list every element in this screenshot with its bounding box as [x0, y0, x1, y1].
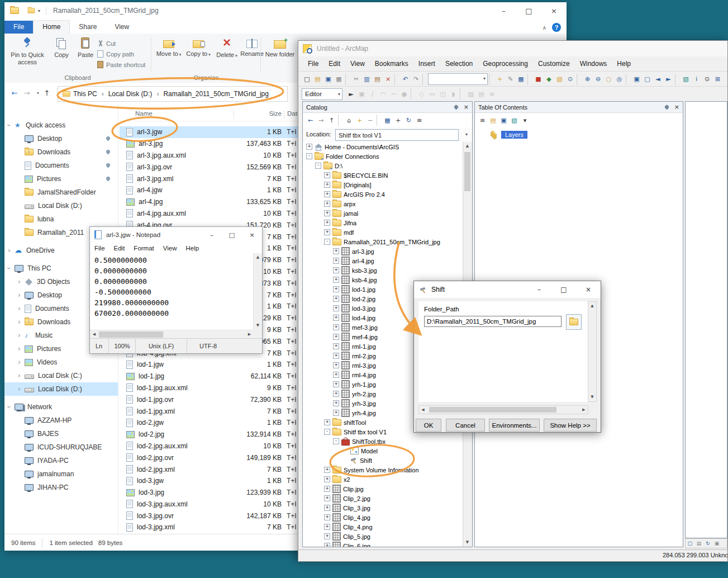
tree-expander-icon[interactable]: + [333, 343, 339, 349]
fixed-zoom-in-icon[interactable]: ▣ [631, 73, 642, 85]
chevron-icon[interactable] [18, 359, 25, 366]
chevron-icon[interactable] [8, 122, 15, 129]
scroll-up-icon[interactable]: ▲ [463, 142, 472, 150]
sidebar-item[interactable]: ICUD-SHURUQJABE [4, 440, 118, 454]
tree-expander-icon[interactable]: + [333, 248, 339, 254]
new-folder-button[interactable]: New folder [263, 37, 297, 72]
auto-hide-pin-icon[interactable] [453, 105, 459, 110]
sidebar-item[interactable]: Network [4, 400, 118, 414]
edit-annotation-tool-icon[interactable]: ▣ [356, 88, 367, 100]
tree-expander-icon[interactable]: - [306, 153, 312, 159]
breadcrumb-item[interactable]: Ramallah_2011_50cm_TMGrid_jpg [163, 90, 278, 98]
catalog-tree-item[interactable]: + mdf [303, 228, 463, 237]
add-data-icon[interactable]: + [494, 73, 505, 85]
tab-view[interactable]: View [106, 21, 138, 34]
chevron-icon[interactable] [18, 278, 25, 285]
catalog-tree-item[interactable]: - Ramallah_2011_50cm_TMGrid_jpg [303, 237, 463, 247]
toolbar-icon[interactable] [422, 74, 427, 85]
dropdown-icon[interactable]: ▾ [465, 132, 468, 137]
tree-expander-icon[interactable]: + [333, 305, 339, 311]
redo-icon[interactable]: ↷ [411, 73, 421, 85]
sidebar-item[interactable]: JamalSharedFolder [4, 186, 118, 199]
tree-expander-icon[interactable]: + [324, 495, 330, 501]
file-row[interactable]: lod-3.jpg 123,939 KB T+I [120, 487, 304, 499]
create-features-icon[interactable]: ▨ [465, 88, 476, 100]
catalog-tree-item[interactable]: + Jifna [303, 218, 463, 228]
file-row[interactable]: lod-1.jpg.aux.xml 9 KB T+I [120, 382, 304, 394]
location-combo[interactable]: Shitf tbx tool V1 [335, 129, 459, 141]
data-view-icon[interactable]: ▢ [686, 539, 694, 548]
catalog-tree-item[interactable]: + Clip.jpg [303, 484, 463, 494]
menu-item[interactable]: Format [129, 245, 158, 252]
menu-item[interactable]: Help [182, 245, 204, 252]
zoom-out-icon[interactable]: ⊖ [593, 73, 603, 85]
catalog-tree-item[interactable]: + Clip_4.png [303, 522, 463, 532]
file-row[interactable]: lod-3.jpg.xml 7 KB T+I [120, 522, 304, 533]
menu-item[interactable]: File [90, 245, 110, 252]
find-icon[interactable]: ⊙ [702, 73, 712, 85]
sidebar-item[interactable]: Local Disk (C:) [4, 369, 118, 382]
catalog-tree-item[interactable]: + Home - Documents\ArcGIS [303, 142, 463, 151]
toolbar-icon[interactable] [626, 74, 630, 85]
tree-expander-icon[interactable]: - [315, 163, 321, 169]
catalog-tree-item[interactable]: + arpx [303, 199, 463, 209]
sidebar-item[interactable]: Pictures [4, 172, 118, 186]
chevron-icon[interactable] [8, 247, 15, 254]
cut-icon[interactable]: ✂ [351, 73, 361, 85]
sidebar-item[interactable]: Documents [4, 159, 118, 172]
pin-to-quick-access-button[interactable]: Pin to Quick access [7, 37, 48, 72]
menu-item[interactable]: View [159, 245, 182, 252]
zoom-in-icon[interactable]: ⊕ [582, 73, 593, 85]
file-row[interactable]: lod-1.jpg.ovr 72,390 KB T+I [120, 394, 304, 405]
tree-expander-icon[interactable]: + [324, 505, 330, 511]
select-features-icon[interactable]: ▧ [681, 73, 691, 85]
layout-view-icon[interactable]: ▤ [694, 539, 703, 548]
print-icon[interactable]: ▦ [334, 73, 344, 85]
toolbar-icon[interactable] [577, 74, 581, 85]
address-bar[interactable]: This PCLocal Disk (D:)Ramallah_2011_50cm… [58, 86, 288, 102]
chevron-icon[interactable] [8, 404, 15, 410]
trace-icon[interactable]: ~ [388, 88, 399, 100]
tree-expander-icon[interactable]: + [324, 229, 330, 235]
catalog-window-icon[interactable]: ▧ [554, 73, 565, 85]
scroll-down-icon[interactable]: ▼ [254, 321, 262, 330]
column-header-size[interactable]: Size [237, 110, 282, 117]
file-row[interactable]: arl-3.jpg 137,463 KB T+I [120, 138, 304, 150]
cancel-button[interactable]: Cancel [446, 419, 485, 432]
tree-expander-icon[interactable]: + [324, 191, 330, 197]
file-row[interactable]: arl-3.jgw 1 KB T+I [120, 126, 304, 138]
file-row[interactable]: lod-2.jpg.ovr 149,189 KB T+I [120, 452, 304, 463]
scroll-up-icon[interactable]: ▲ [254, 253, 262, 262]
minimize-icon[interactable]: – [491, 2, 516, 19]
toolbar-icon[interactable] [338, 115, 342, 126]
tree-expander-icon[interactable]: + [333, 296, 339, 302]
toolbar-icon[interactable] [377, 115, 381, 126]
tree-expander-icon[interactable]: + [324, 201, 330, 207]
list-by-source-icon[interactable]: ▤ [488, 115, 498, 126]
new-map-icon[interactable]: □ [302, 73, 312, 85]
chevron-icon[interactable] [8, 265, 15, 272]
tree-expander-icon[interactable]: + [333, 267, 339, 273]
catalog-tree-item[interactable]: - Folder Connections [303, 151, 463, 161]
chevron-icon[interactable] [18, 345, 25, 352]
close-icon[interactable]: × [674, 103, 679, 111]
disconnect-folder-icon[interactable]: − [365, 115, 375, 126]
attribute-table-icon[interactable]: ▦ [516, 73, 526, 85]
undo-icon[interactable]: ↶ [400, 73, 411, 85]
arctoolbox-icon[interactable]: ■ [533, 73, 544, 85]
scroll-right-icon[interactable]: ▶ [580, 406, 588, 414]
file-row[interactable]: lod-2.jpg 132,914 KB T+I [120, 429, 304, 440]
catalog-tree-item[interactable]: - D:\ [303, 161, 463, 170]
tree-expander-icon[interactable]: + [333, 277, 339, 283]
catalog-tree-item[interactable]: Model [303, 446, 463, 456]
tree-expander-icon[interactable]: + [324, 172, 330, 178]
tab-file[interactable]: File [4, 21, 33, 34]
tab-home[interactable]: Home [33, 20, 70, 34]
file-row[interactable]: arl-3.jpg.aux.xml 10 KB T+I [120, 150, 304, 162]
scroll-right-icon[interactable]: ▶ [245, 330, 254, 339]
toolbar-icon[interactable] [460, 88, 464, 100]
tree-expander-icon[interactable]: + [333, 362, 339, 368]
tree-expander-icon[interactable]: + [333, 315, 339, 321]
menu-item[interactable]: Windows [575, 60, 612, 68]
layers-item[interactable]: Layers [489, 131, 527, 139]
